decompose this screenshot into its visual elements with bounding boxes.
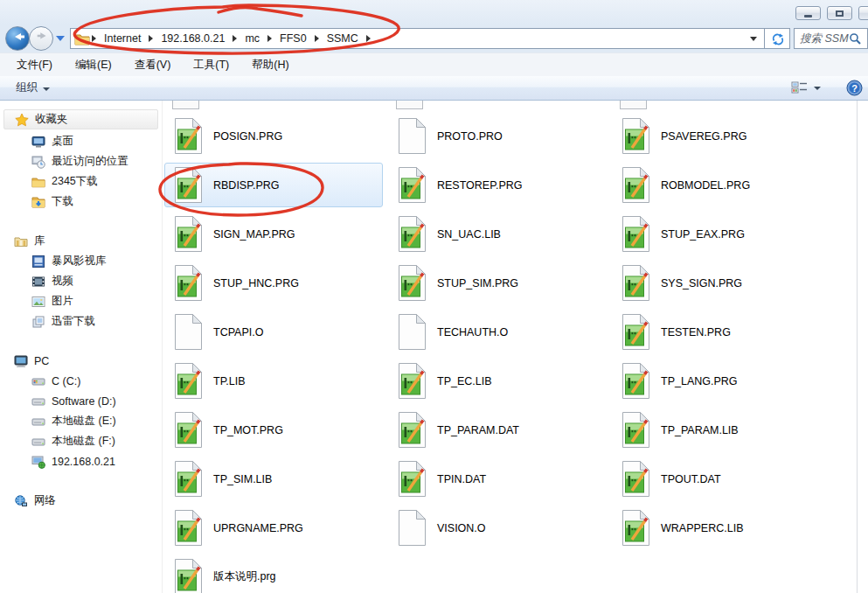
back-button[interactable] bbox=[5, 26, 30, 51]
file-item[interactable]: RESTOREP.PRG bbox=[388, 163, 607, 207]
file-item[interactable]: SYS_SIGN.PRG bbox=[612, 261, 830, 305]
breadcrumb-item[interactable]: mc bbox=[239, 31, 266, 46]
sidebar-item[interactable]: 最近访问的位置 bbox=[0, 151, 162, 171]
file-item[interactable]: RBDISP.PRG bbox=[164, 163, 383, 207]
menu-item[interactable]: 查看(V) bbox=[123, 54, 183, 76]
sidebar-item-label: Software (D:) bbox=[52, 395, 116, 408]
prg-file-icon bbox=[174, 558, 203, 593]
chevron-down-icon bbox=[56, 36, 65, 41]
file-item[interactable]: STUP_SIM.PRG bbox=[388, 261, 607, 305]
file-item[interactable]: POSIGN.PRG bbox=[164, 114, 383, 158]
change-view-button[interactable] bbox=[791, 80, 821, 94]
file-item[interactable]: TECHAUTH.O bbox=[388, 310, 607, 354]
file-name: POSIGN.PRG bbox=[213, 130, 282, 143]
file-list-pane: POSIGN.PRGPROTO.PROPSAVEREG.PRGRBDISP.PR… bbox=[163, 101, 868, 593]
refresh-button[interactable] bbox=[764, 28, 790, 49]
file-item[interactable]: TP_MOT.PRG bbox=[164, 408, 383, 452]
menu-item[interactable]: 工具(T) bbox=[182, 54, 240, 76]
file-item[interactable]: TP_EC.LIB bbox=[388, 359, 607, 403]
file-item[interactable]: WRAPPERC.LIB bbox=[612, 506, 830, 550]
sidebar-item[interactable]: PC bbox=[0, 351, 162, 371]
search-input[interactable] bbox=[795, 32, 849, 45]
maximize-button[interactable] bbox=[827, 6, 852, 20]
views-icon bbox=[791, 80, 809, 94]
file-name: SN_UAC.LIB bbox=[437, 228, 501, 241]
menu-item[interactable]: 帮助(H) bbox=[240, 54, 300, 76]
desktop-icon bbox=[31, 135, 45, 149]
sidebar-item[interactable]: 网络 bbox=[0, 491, 162, 511]
file-item[interactable]: STUP_EAX.PRG bbox=[612, 212, 830, 256]
file-item[interactable]: PSAVEREG.PRG bbox=[612, 114, 830, 158]
file-item[interactable]: TP_PARAM.DAT bbox=[388, 408, 607, 452]
sidebar-item[interactable]: 本地磁盘 (E:) bbox=[0, 411, 162, 431]
file-item[interactable]: UPRGNAME.PRG bbox=[164, 506, 383, 550]
breadcrumb-separator-icon bbox=[233, 35, 237, 42]
thunder-library-icon bbox=[31, 315, 45, 329]
sidebar-item-label: PC bbox=[34, 355, 49, 367]
address-bar[interactable]: Internet192.168.0.21mcFFS0SSMC bbox=[70, 28, 764, 49]
picture-icon bbox=[31, 295, 45, 309]
file-item[interactable]: TCPAPI.O bbox=[164, 310, 383, 354]
help-button[interactable]: ? bbox=[846, 80, 863, 96]
sidebar-item[interactable]: 库 bbox=[0, 231, 162, 251]
history-dropdown[interactable] bbox=[56, 36, 65, 41]
sidebar-item-label: 桌面 bbox=[52, 134, 73, 149]
file-name: ROBMODEL.PRG bbox=[661, 179, 750, 192]
sidebar-item[interactable]: 192.168.0.21 bbox=[0, 451, 162, 471]
address-dropdown-icon[interactable] bbox=[750, 37, 757, 41]
file-item[interactable]: STUP_HNC.PRG bbox=[164, 261, 383, 305]
sidebar-item[interactable]: 本地磁盘 (F:) bbox=[0, 431, 162, 451]
partial-file-icon bbox=[620, 101, 647, 109]
sidebar-section: 库暴风影视库视频图片迅雷下载 bbox=[0, 231, 162, 331]
file-item[interactable]: TESTEN.PRG bbox=[612, 310, 830, 354]
forward-button[interactable] bbox=[29, 26, 53, 51]
breadcrumb-item[interactable]: SSMC bbox=[321, 31, 365, 46]
help-icon: ? bbox=[846, 84, 863, 99]
file-name: STUP_HNC.PRG bbox=[213, 277, 299, 290]
file-item[interactable]: SIGN_MAP.PRG bbox=[164, 212, 383, 256]
network-pc-icon bbox=[31, 455, 45, 469]
menu-item[interactable]: 编辑(E) bbox=[64, 54, 123, 76]
menu-item[interactable]: 文件(F) bbox=[5, 54, 64, 76]
sidebar-item[interactable]: Software (D:) bbox=[0, 391, 162, 411]
file-item[interactable]: TP.LIB bbox=[164, 359, 383, 403]
breadcrumb-item[interactable]: Internet bbox=[98, 31, 147, 46]
breadcrumb-item[interactable]: 192.168.0.21 bbox=[155, 31, 231, 46]
sidebar-item[interactable]: 迅雷下载 bbox=[0, 311, 162, 331]
sidebar-item[interactable]: 视频 bbox=[0, 271, 162, 291]
sidebar-item[interactable]: C (C:) bbox=[0, 371, 162, 391]
star-icon bbox=[15, 113, 29, 127]
organize-button[interactable]: 组织 bbox=[16, 80, 50, 95]
prg-file-icon bbox=[398, 460, 427, 498]
prg-file-icon bbox=[174, 411, 203, 449]
prg-file-icon bbox=[621, 509, 650, 547]
file-name: 版本说明.prg bbox=[213, 569, 276, 584]
close-button[interactable]: ✕ bbox=[858, 6, 868, 20]
minimize-button[interactable] bbox=[795, 6, 821, 20]
explorer-window: ✕ Internet192.168.0.21mcFFS0SSMC 文件(F)编辑… bbox=[0, 0, 868, 593]
prg-file-icon bbox=[621, 411, 650, 449]
sidebar-item-label: 库 bbox=[34, 234, 45, 248]
prg-file-icon bbox=[174, 460, 203, 498]
prg-file-icon bbox=[398, 411, 427, 449]
prg-file-icon bbox=[398, 215, 427, 253]
file-item[interactable]: SN_UAC.LIB bbox=[388, 212, 607, 256]
sidebar-item-label: 图片 bbox=[52, 294, 73, 309]
file-item[interactable]: TP_SIM.LIB bbox=[164, 457, 383, 501]
sidebar-item[interactable]: 暴风影视库 bbox=[0, 251, 162, 271]
sidebar-item[interactable]: 下载 bbox=[0, 192, 162, 212]
file-item[interactable]: PROTO.PRO bbox=[388, 114, 607, 158]
file-item[interactable]: TPIN.DAT bbox=[388, 457, 607, 501]
sidebar-item[interactable]: 图片 bbox=[0, 291, 162, 311]
file-item[interactable]: TPOUT.DAT bbox=[612, 457, 830, 501]
file-item[interactable]: VISION.O bbox=[388, 506, 607, 550]
sidebar-item[interactable]: 收藏夹 bbox=[3, 109, 158, 129]
sidebar-item[interactable]: 2345下载 bbox=[0, 171, 162, 192]
sidebar-item-label: 视频 bbox=[52, 274, 73, 289]
file-item[interactable]: TP_PARAM.LIB bbox=[612, 408, 830, 452]
file-item[interactable]: ROBMODEL.PRG bbox=[612, 163, 830, 207]
sidebar-item[interactable]: 桌面 bbox=[0, 131, 162, 151]
file-item[interactable]: TP_LANG.PRG bbox=[612, 359, 830, 403]
file-item[interactable]: 版本说明.prg bbox=[164, 555, 383, 593]
breadcrumb-item[interactable]: FFS0 bbox=[274, 31, 313, 46]
